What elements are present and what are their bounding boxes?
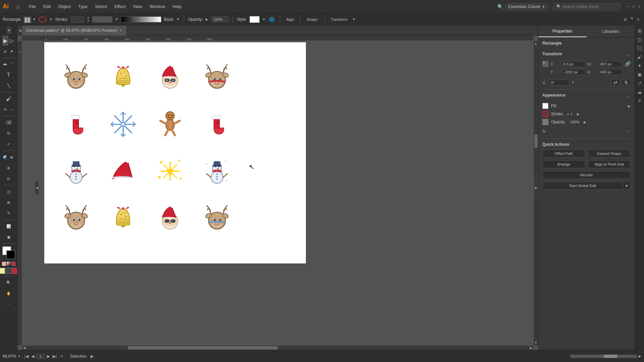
stroke-chevron-icon[interactable]: ▼ <box>49 17 53 21</box>
scroll-thumb-h[interactable] <box>128 346 278 350</box>
tab-properties[interactable]: Properties <box>538 25 587 37</box>
prev-page-btn[interactable]: ◀ <box>30 354 35 359</box>
w-input[interactable] <box>599 61 622 67</box>
flip-horizontal-btn[interactable]: ⇄ <box>611 79 620 86</box>
home-icon[interactable]: ⌂ <box>13 2 23 11</box>
artboard-tool[interactable]: ▣ <box>2 232 15 242</box>
rotate-chevron[interactable]: ▼ <box>572 81 575 84</box>
flip-vertical-btn[interactable]: ⇅ <box>622 79 631 86</box>
menu-select[interactable]: Select <box>92 3 110 10</box>
toolbox-collapse-btn[interactable]: ◀ <box>6 27 11 34</box>
pen-tool[interactable]: ✒ <box>2 59 8 69</box>
menu-edit[interactable]: Edit <box>40 3 54 10</box>
stroke-expand-btn[interactable]: ▶ <box>577 112 580 116</box>
menu-effect[interactable]: Effect <box>111 3 129 10</box>
arrange-button[interactable]: Arrange <box>542 160 585 168</box>
scroll-track-right[interactable]: ▶ <box>639 354 641 358</box>
menu-file[interactable]: File <box>25 3 39 10</box>
next-page-btn[interactable]: ▶ <box>46 354 51 359</box>
stroke-spinners[interactable]: ▲ ▼ <box>87 16 90 22</box>
free-transform-tool[interactable]: ⊞ <box>9 152 15 162</box>
opacity-expand-right[interactable]: ▶ <box>584 120 586 124</box>
shape-chevron-icon[interactable]: ▼ <box>33 17 36 21</box>
restore-button[interactable]: □ <box>631 4 636 9</box>
canvas-tab[interactable]: Christmas pattern* @ 66.67% (RGB/GPU Pre… <box>22 25 126 36</box>
cc-libraries-icon[interactable]: ☁ <box>636 88 644 96</box>
gradient-tool[interactable]: ◫ <box>2 187 15 197</box>
basic-chevron-icon[interactable]: ▼ <box>176 17 180 21</box>
scroll-up-btn[interactable]: ▲ <box>533 41 538 46</box>
align-pixel-button[interactable]: Align to Pixel Grid <box>588 160 631 168</box>
tab-libraries[interactable]: Libraries <box>587 25 635 37</box>
magic-wand-tool[interactable]: ✦ <box>9 46 15 56</box>
eraser-tool[interactable]: ⌫ <box>2 118 15 128</box>
stroke-down-btn[interactable]: ▼ <box>570 113 573 116</box>
pattern-swatch[interactable] <box>2 262 6 266</box>
yellow-swatch[interactable] <box>0 268 5 274</box>
first-page-btn[interactable]: |◀ <box>23 354 30 359</box>
opacity-input[interactable] <box>212 16 228 22</box>
stroke-icon[interactable] <box>542 111 548 117</box>
style-chevron-icon[interactable]: ▼ <box>262 17 266 21</box>
last-page-btn[interactable]: ▶| <box>52 354 58 359</box>
scroll-down-btn[interactable]: ▼ <box>533 340 538 345</box>
scroll-left-btn[interactable]: ◀ <box>22 346 26 350</box>
export-icon[interactable]: ↗ <box>636 79 644 87</box>
symbols-icon[interactable]: ✦ <box>636 62 644 70</box>
transform-button[interactable]: Transform <box>329 17 350 22</box>
recolor-button[interactable]: Recolor <box>542 171 631 179</box>
zoom-selector[interactable]: 66.67% ▼ <box>3 354 21 359</box>
transform-chevron-icon[interactable]: ▼ <box>352 17 356 21</box>
fx-more-btn[interactable]: ··· <box>627 128 631 134</box>
eyedropper-tool[interactable]: ✎ <box>2 208 15 218</box>
brushes-icon[interactable]: 🖌 <box>636 53 644 61</box>
h-input[interactable] <box>599 69 622 75</box>
proportional-lock-icon[interactable]: 🔗 <box>625 61 631 77</box>
swatches-icon[interactable]: ⬛ <box>636 44 644 52</box>
fill-icon[interactable] <box>542 103 548 109</box>
x-input[interactable] <box>562 61 585 67</box>
close-button[interactable]: ✕ <box>637 4 641 9</box>
perspective-tool[interactable]: ⊡ <box>2 174 15 184</box>
smooth-tool[interactable]: ~ <box>9 105 15 115</box>
stroke-dash-input[interactable] <box>92 16 112 22</box>
minimize-button[interactable]: ─ <box>626 4 631 9</box>
opacity-expand-icon[interactable]: ▶ <box>206 17 208 21</box>
red-swatch[interactable] <box>12 268 18 274</box>
line-tool[interactable]: ╲ <box>2 81 15 91</box>
artboards-icon[interactable]: ◫ <box>636 36 644 44</box>
panel-collapse-right[interactable]: ▶ <box>534 181 538 194</box>
background-color[interactable] <box>6 250 15 259</box>
mesh-tool[interactable]: ⊞ <box>2 197 15 207</box>
shape-builder-tool[interactable]: ⊕ <box>2 163 15 173</box>
menu-window[interactable]: Window <box>146 3 168 10</box>
stroke-color-swatch[interactable] <box>39 16 47 22</box>
fill-more-btn[interactable]: ▶ <box>628 104 631 108</box>
gray-swatch[interactable] <box>6 268 12 274</box>
transform-extra-btn[interactable]: ⧉ <box>622 16 629 22</box>
workspace-selector[interactable]: Essentials Classic ▼ <box>505 3 548 10</box>
align-extra-btn[interactable]: ≡ <box>635 16 641 22</box>
shape-button[interactable]: Shape: <box>305 17 320 22</box>
search-stock-input[interactable]: 🔍 Search Adobe Stock <box>553 3 621 10</box>
style-swatch[interactable] <box>250 16 260 23</box>
rotate-tool[interactable]: ↻ <box>2 128 15 138</box>
stroke-value-input[interactable] <box>71 16 84 22</box>
more-tools-btn[interactable]: ··· <box>2 299 15 309</box>
page-dropdown[interactable]: ▼ <box>60 355 63 358</box>
rotate-input[interactable] <box>549 79 570 85</box>
scale-tool[interactable]: ⤢ <box>2 139 15 149</box>
panel-collapse-left[interactable]: ◀ <box>35 181 39 194</box>
tab-close-btn[interactable]: ✕ <box>119 28 122 32</box>
direct-selection-tool[interactable]: ▷ <box>9 36 15 46</box>
expand-shape-button[interactable]: Expand Shape <box>588 149 631 158</box>
menu-type[interactable]: Type <box>75 3 91 10</box>
color-swatch-small[interactable] <box>11 262 15 266</box>
horizontal-scrollbar[interactable]: ◀ ▶ <box>22 345 533 350</box>
zoom-tool[interactable]: 🔍 <box>2 278 15 288</box>
type-tool[interactable]: T <box>2 70 15 80</box>
transform-more-btn[interactable]: ··· <box>627 53 631 58</box>
globe-icon[interactable]: 🌐 <box>268 16 276 23</box>
selection-tool[interactable]: ▶ <box>2 36 8 46</box>
warp-tool[interactable]: 🌊 <box>2 152 8 162</box>
